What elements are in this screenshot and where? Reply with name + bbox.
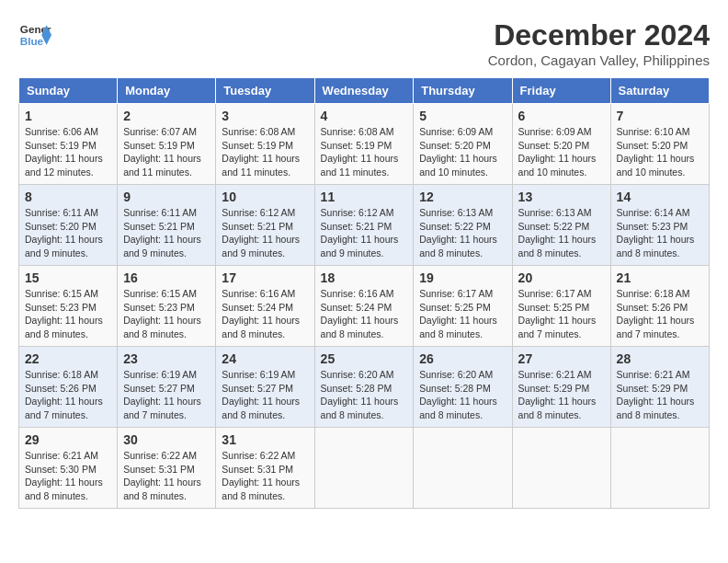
calendar-cell: 12Sunrise: 6:13 AMSunset: 5:22 PMDayligh… — [414, 185, 512, 266]
day-info: Sunrise: 6:09 AMSunset: 5:20 PMDaylight:… — [419, 125, 506, 179]
calendar-cell — [512, 428, 610, 509]
calendar-cell: 11Sunrise: 6:12 AMSunset: 5:21 PMDayligh… — [314, 185, 414, 266]
day-number: 5 — [419, 109, 506, 123]
logo-icon: General Blue — [18, 18, 51, 52]
day-info: Sunrise: 6:13 AMSunset: 5:22 PMDaylight:… — [518, 206, 605, 260]
day-info: Sunrise: 6:10 AMSunset: 5:20 PMDaylight:… — [617, 125, 703, 179]
calendar-week-row: 22Sunrise: 6:18 AMSunset: 5:26 PMDayligh… — [19, 347, 710, 428]
day-info: Sunrise: 6:20 AMSunset: 5:28 PMDaylight:… — [321, 368, 408, 422]
calendar-cell: 3Sunrise: 6:08 AMSunset: 5:19 PMDaylight… — [216, 104, 314, 185]
day-info: Sunrise: 6:18 AMSunset: 5:26 PMDaylight:… — [617, 287, 703, 341]
day-number: 18 — [321, 270, 408, 285]
day-info: Sunrise: 6:12 AMSunset: 5:21 PMDaylight:… — [222, 206, 308, 260]
day-number: 10 — [222, 190, 308, 204]
calendar-cell: 21Sunrise: 6:18 AMSunset: 5:26 PMDayligh… — [610, 266, 709, 347]
day-info: Sunrise: 6:17 AMSunset: 5:25 PMDaylight:… — [518, 287, 605, 341]
day-number: 2 — [123, 109, 210, 123]
calendar-cell: 26Sunrise: 6:20 AMSunset: 5:28 PMDayligh… — [414, 347, 512, 428]
calendar-cell: 5Sunrise: 6:09 AMSunset: 5:20 PMDaylight… — [414, 104, 512, 185]
weekday-header-sunday: Sunday — [19, 78, 118, 104]
weekday-header-saturday: Saturday — [610, 78, 709, 104]
day-info: Sunrise: 6:15 AMSunset: 5:23 PMDaylight:… — [123, 287, 210, 341]
day-info: Sunrise: 6:14 AMSunset: 5:23 PMDaylight:… — [617, 206, 703, 260]
calendar-cell: 2Sunrise: 6:07 AMSunset: 5:19 PMDaylight… — [118, 104, 216, 185]
calendar-cell: 9Sunrise: 6:11 AMSunset: 5:21 PMDaylight… — [118, 185, 216, 266]
calendar-cell: 20Sunrise: 6:17 AMSunset: 5:25 PMDayligh… — [512, 266, 610, 347]
day-number: 11 — [321, 190, 408, 204]
day-info: Sunrise: 6:21 AMSunset: 5:29 PMDaylight:… — [518, 368, 605, 422]
day-info: Sunrise: 6:06 AMSunset: 5:19 PMDaylight:… — [25, 125, 111, 179]
day-number: 3 — [222, 109, 308, 123]
calendar-week-row: 1Sunrise: 6:06 AMSunset: 5:19 PMDaylight… — [19, 104, 710, 185]
day-info: Sunrise: 6:21 AMSunset: 5:30 PMDaylight:… — [25, 449, 111, 503]
calendar-week-row: 29Sunrise: 6:21 AMSunset: 5:30 PMDayligh… — [19, 428, 710, 509]
day-number: 21 — [617, 270, 703, 285]
day-number: 28 — [617, 351, 703, 366]
day-info: Sunrise: 6:19 AMSunset: 5:27 PMDaylight:… — [123, 368, 210, 422]
calendar-cell: 29Sunrise: 6:21 AMSunset: 5:30 PMDayligh… — [19, 428, 118, 509]
day-number: 26 — [419, 351, 506, 366]
day-number: 24 — [222, 351, 308, 366]
calendar-cell: 6Sunrise: 6:09 AMSunset: 5:20 PMDaylight… — [512, 104, 610, 185]
title-block: December 2024 Cordon, Cagayan Valley, Ph… — [488, 18, 710, 68]
day-info: Sunrise: 6:11 AMSunset: 5:20 PMDaylight:… — [25, 206, 111, 260]
day-info: Sunrise: 6:22 AMSunset: 5:31 PMDaylight:… — [123, 449, 210, 503]
day-info: Sunrise: 6:16 AMSunset: 5:24 PMDaylight:… — [321, 287, 408, 341]
weekday-header-thursday: Thursday — [414, 78, 512, 104]
calendar-cell: 25Sunrise: 6:20 AMSunset: 5:28 PMDayligh… — [314, 347, 414, 428]
day-number: 16 — [123, 270, 210, 285]
logo: General Blue — [18, 18, 51, 52]
day-info: Sunrise: 6:18 AMSunset: 5:26 PMDaylight:… — [25, 368, 111, 422]
svg-text:Blue: Blue — [20, 35, 44, 47]
day-number: 4 — [321, 109, 408, 123]
calendar-cell — [414, 428, 512, 509]
day-number: 19 — [419, 270, 506, 285]
calendar-cell: 10Sunrise: 6:12 AMSunset: 5:21 PMDayligh… — [216, 185, 314, 266]
day-info: Sunrise: 6:11 AMSunset: 5:21 PMDaylight:… — [123, 206, 210, 260]
day-number: 23 — [123, 351, 210, 366]
calendar-cell: 31Sunrise: 6:22 AMSunset: 5:31 PMDayligh… — [216, 428, 314, 509]
day-number: 7 — [617, 109, 703, 123]
weekday-header-tuesday: Tuesday — [216, 78, 314, 104]
day-info: Sunrise: 6:09 AMSunset: 5:20 PMDaylight:… — [518, 125, 605, 179]
day-number: 8 — [25, 190, 111, 204]
calendar-cell: 13Sunrise: 6:13 AMSunset: 5:22 PMDayligh… — [512, 185, 610, 266]
weekday-header-monday: Monday — [118, 78, 216, 104]
calendar-cell: 4Sunrise: 6:08 AMSunset: 5:19 PMDaylight… — [314, 104, 414, 185]
weekday-header-friday: Friday — [512, 78, 610, 104]
day-info: Sunrise: 6:19 AMSunset: 5:27 PMDaylight:… — [222, 368, 308, 422]
day-info: Sunrise: 6:08 AMSunset: 5:19 PMDaylight:… — [321, 125, 408, 179]
day-number: 29 — [25, 432, 111, 447]
day-number: 25 — [321, 351, 408, 366]
day-info: Sunrise: 6:20 AMSunset: 5:28 PMDaylight:… — [419, 368, 506, 422]
day-number: 6 — [518, 109, 605, 123]
calendar-week-row: 8Sunrise: 6:11 AMSunset: 5:20 PMDaylight… — [19, 185, 710, 266]
calendar-cell: 16Sunrise: 6:15 AMSunset: 5:23 PMDayligh… — [118, 266, 216, 347]
day-number: 1 — [25, 109, 111, 123]
calendar-cell: 19Sunrise: 6:17 AMSunset: 5:25 PMDayligh… — [414, 266, 512, 347]
day-number: 31 — [222, 432, 308, 447]
day-info: Sunrise: 6:08 AMSunset: 5:19 PMDaylight:… — [222, 125, 308, 179]
day-number: 15 — [25, 270, 111, 285]
calendar-table: SundayMondayTuesdayWednesdayThursdayFrid… — [18, 77, 710, 509]
day-info: Sunrise: 6:22 AMSunset: 5:31 PMDaylight:… — [222, 449, 308, 503]
day-info: Sunrise: 6:15 AMSunset: 5:23 PMDaylight:… — [25, 287, 111, 341]
calendar-cell: 1Sunrise: 6:06 AMSunset: 5:19 PMDaylight… — [19, 104, 118, 185]
day-info: Sunrise: 6:17 AMSunset: 5:25 PMDaylight:… — [419, 287, 506, 341]
calendar-cell: 7Sunrise: 6:10 AMSunset: 5:20 PMDaylight… — [610, 104, 709, 185]
day-number: 14 — [617, 190, 703, 204]
calendar-cell: 23Sunrise: 6:19 AMSunset: 5:27 PMDayligh… — [118, 347, 216, 428]
calendar-cell: 22Sunrise: 6:18 AMSunset: 5:26 PMDayligh… — [19, 347, 118, 428]
location-title: Cordon, Cagayan Valley, Philippines — [488, 52, 710, 68]
day-info: Sunrise: 6:12 AMSunset: 5:21 PMDaylight:… — [321, 206, 408, 260]
calendar-cell: 8Sunrise: 6:11 AMSunset: 5:20 PMDaylight… — [19, 185, 118, 266]
weekday-header-wednesday: Wednesday — [314, 78, 414, 104]
day-number: 20 — [518, 270, 605, 285]
day-number: 13 — [518, 190, 605, 204]
day-number: 22 — [25, 351, 111, 366]
calendar-cell: 14Sunrise: 6:14 AMSunset: 5:23 PMDayligh… — [610, 185, 709, 266]
calendar-cell: 18Sunrise: 6:16 AMSunset: 5:24 PMDayligh… — [314, 266, 414, 347]
day-info: Sunrise: 6:21 AMSunset: 5:29 PMDaylight:… — [617, 368, 703, 422]
calendar-cell: 30Sunrise: 6:22 AMSunset: 5:31 PMDayligh… — [118, 428, 216, 509]
page-header: General Blue December 2024 Cordon, Cagay… — [18, 18, 710, 68]
